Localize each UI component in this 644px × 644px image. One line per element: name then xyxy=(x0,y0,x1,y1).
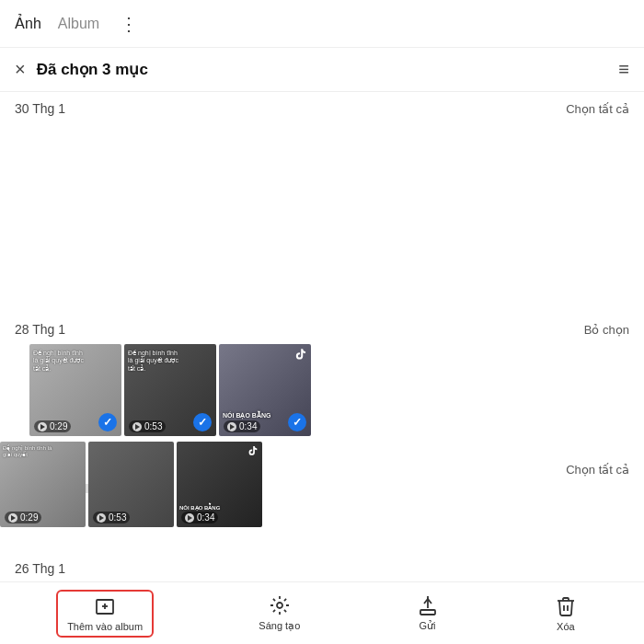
nav-tabs: Ảnh Album ⋮ xyxy=(15,13,138,35)
create-label: Sáng tạo xyxy=(259,620,300,632)
left-photo-thumb[interactable]: Đề nghị bình tĩnh là giải quyết 0:29 xyxy=(0,442,86,527)
top-nav: Ảnh Album ⋮ xyxy=(0,0,644,48)
video-duration: 0:53 xyxy=(129,420,166,432)
add-album-icon xyxy=(94,595,116,617)
scrolled-content-30thg1 xyxy=(15,123,629,307)
noi-bao-text: NÓI BẠO BẰNG xyxy=(223,412,270,420)
selected-check xyxy=(98,413,117,431)
photo-text: Đề nghị bình tĩnh là giải quyết xyxy=(3,445,53,458)
video-duration-left2: 0:53 xyxy=(93,512,130,523)
date-label-26thg1: 26 Thg 1 xyxy=(15,561,65,581)
svg-rect-4 xyxy=(420,610,435,615)
play-icon xyxy=(8,513,17,523)
more-options-icon[interactable]: ⋮ xyxy=(120,13,138,35)
send-button[interactable]: Gửi xyxy=(406,589,450,638)
bottom-bar: Thêm vào album Sáng tạo Gửi Xóa xyxy=(0,581,644,644)
left-panel-photos: Đề nghị bình tĩnh là giải quyết 0:29 0:5… xyxy=(0,442,262,527)
section-30thg1: 30 Thg 1 Chọn tất cả xyxy=(0,92,644,313)
date-label-30thg1: 30 Thg 1 xyxy=(15,101,65,116)
date-row-30thg1: 30 Thg 1 Chọn tất cả xyxy=(15,101,629,116)
play-icon xyxy=(97,513,106,523)
svg-point-3 xyxy=(277,603,282,608)
select-all-27thg1[interactable]: Chọn tất cả xyxy=(566,463,629,477)
play-icon xyxy=(227,422,236,431)
photo-text: Đề nghị bình tĩnh là giải quyết được tất… xyxy=(33,350,88,373)
list-view-icon[interactable]: ≡ xyxy=(618,59,629,80)
deselect-28thg1[interactable]: Bỏ chọn xyxy=(584,323,629,337)
left-photo-thumb[interactable]: NÓI BẠO BẰNG 0:34 xyxy=(177,442,262,527)
photo-grid-28thg1: Đề nghị bình tĩnh là giải quyết được tất… xyxy=(15,344,629,447)
create-icon xyxy=(269,594,291,616)
sel-left: × Đã chọn 3 mục xyxy=(15,59,148,80)
tab-album[interactable]: Album xyxy=(58,16,99,32)
photo-thumb[interactable]: Đề nghị bình tĩnh là giải quyết được tất… xyxy=(29,344,121,436)
date-row-28thg1: 28 Thg 1 Bỏ chọn xyxy=(15,322,629,337)
photo-thumb[interactable]: NÓI BẠO BẰNG 0:34 xyxy=(219,344,311,436)
selected-check xyxy=(288,413,306,431)
selection-bar: × Đã chọn 3 mục ≡ xyxy=(0,48,644,92)
photo-text: Đề nghị bình tĩnh là giải quyết được tất… xyxy=(128,350,183,373)
delete-icon xyxy=(555,595,577,617)
tiktok-icon xyxy=(294,348,307,361)
noi-bao-text2: NÓI BẠO BẰNG xyxy=(179,504,220,511)
date-label-28thg1: 28 Thg 1 xyxy=(15,322,65,337)
selected-check xyxy=(193,413,212,431)
left-photo-thumb[interactable]: 0:53 xyxy=(88,442,174,527)
delete-label: Xóa xyxy=(557,621,575,632)
delete-button[interactable]: Xóa xyxy=(544,590,588,638)
add-album-button[interactable]: Thêm vào album xyxy=(56,590,154,638)
close-button[interactable]: × xyxy=(15,59,26,80)
send-icon xyxy=(417,594,439,616)
create-button[interactable]: Sáng tạo xyxy=(247,589,311,638)
send-label: Gửi xyxy=(420,620,436,632)
video-duration-left3: 0:34 xyxy=(181,512,218,523)
tiktok-icon2 xyxy=(247,445,259,456)
play-icon xyxy=(185,513,194,523)
photo-thumb[interactable]: Đề nghị bình tĩnh là giải quyết được tất… xyxy=(124,344,216,436)
video-duration: 0:29 xyxy=(34,420,71,432)
sel-right: ≡ xyxy=(618,59,629,80)
selection-title: Đã chọn 3 mục xyxy=(37,60,148,79)
play-icon xyxy=(132,422,142,431)
select-all-30thg1[interactable]: Chọn tất cả xyxy=(566,102,629,116)
video-duration-left1: 0:29 xyxy=(5,512,41,523)
section-28thg1: 28 Thg 1 Bỏ chọn Đề nghị bình tĩnh là gi… xyxy=(0,313,644,453)
tab-anh[interactable]: Ảnh xyxy=(15,15,41,32)
video-duration: 0:34 xyxy=(224,420,260,432)
play-icon xyxy=(38,422,47,431)
add-album-label: Thêm vào album xyxy=(67,621,143,632)
